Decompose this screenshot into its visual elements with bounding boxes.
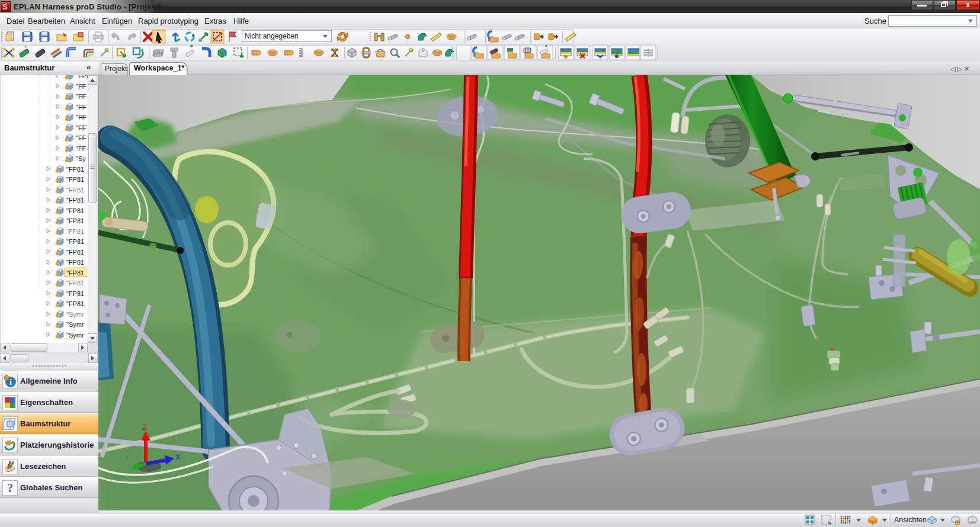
svg-text:"FF: "FF bbox=[76, 114, 87, 121]
svg-text:"FP81: "FP81 bbox=[66, 187, 84, 194]
svg-text:"FP81: "FP81 bbox=[66, 207, 84, 214]
svg-text:X: X bbox=[175, 452, 181, 461]
svg-text:?: ? bbox=[7, 481, 13, 494]
svg-text:"FP81: "FP81 bbox=[66, 166, 84, 173]
svg-text:"FF: "FF bbox=[76, 93, 87, 100]
svg-text:"FF: "FF bbox=[76, 83, 87, 90]
svg-text:"Sy: "Sy bbox=[76, 155, 86, 162]
svg-text:"FF: "FF bbox=[76, 134, 87, 142]
svg-text:"Symr: "Symr bbox=[66, 321, 84, 328]
svg-text:"FP81: "FP81 bbox=[66, 269, 84, 277]
svg-text:"FF: "FF bbox=[76, 104, 87, 111]
svg-text:"FP81: "FP81 bbox=[66, 176, 84, 183]
svg-text:"FP81: "FP81 bbox=[66, 217, 84, 224]
svg-text:"Symr: "Symr bbox=[66, 332, 84, 339]
svg-text:i: i bbox=[9, 378, 12, 387]
svg-text:Y: Y bbox=[124, 452, 130, 461]
svg-text:"FF: "FF bbox=[76, 124, 87, 131]
svg-text:Ansichten: Ansichten bbox=[894, 516, 927, 524]
svg-text:"FP81: "FP81 bbox=[66, 228, 84, 235]
svg-text:"FP81: "FP81 bbox=[66, 300, 84, 307]
svg-text:"FP81: "FP81 bbox=[66, 197, 84, 204]
svg-text:Z: Z bbox=[142, 423, 147, 432]
svg-text:"FP81: "FP81 bbox=[66, 279, 84, 287]
svg-text:"FP81: "FP81 bbox=[66, 249, 84, 256]
svg-text:"FF: "FF bbox=[76, 145, 87, 152]
svg-text:"FP81: "FP81 bbox=[66, 290, 84, 297]
svg-text:"FP81: "FP81 bbox=[66, 259, 84, 266]
svg-text:"Symr: "Symr bbox=[66, 311, 84, 318]
svg-text:"FP81: "FP81 bbox=[66, 238, 84, 245]
